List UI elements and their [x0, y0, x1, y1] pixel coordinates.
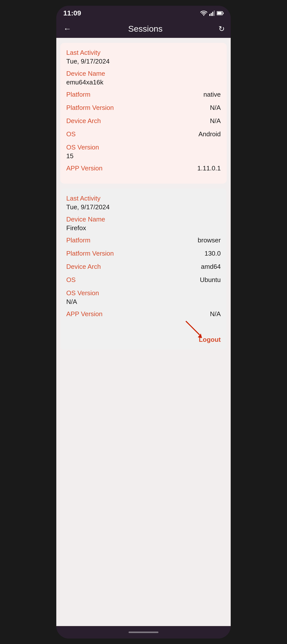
label-os-1: OS: [66, 130, 76, 138]
label-platform-1: Platform: [66, 91, 90, 98]
label-app-version-1: APP Version: [66, 164, 103, 172]
wifi-icon: [200, 10, 207, 16]
arrow-annotation-icon: [181, 319, 206, 341]
svg-rect-3: [214, 10, 215, 16]
signal-icon: [209, 10, 215, 16]
field-os-version-2: OS Version N/A: [66, 289, 221, 306]
status-time: 11:09: [63, 9, 81, 17]
value-last-activity-1: Tue, 9/17/2024: [66, 58, 221, 65]
svg-rect-2: [212, 12, 213, 16]
sessions-content: Last Activity Tue, 9/17/2024 Device Name…: [56, 38, 231, 626]
field-last-activity-2: Last Activity Tue, 9/17/2024: [66, 194, 221, 211]
phone-frame: 11:09 ← Sessions ↻: [56, 6, 231, 638]
status-icons: [200, 10, 224, 16]
svg-rect-5: [223, 12, 224, 14]
label-platform-version-1: Platform Version: [66, 104, 114, 112]
label-app-version-2: APP Version: [66, 310, 103, 318]
session-card-2: Last Activity Tue, 9/17/2024 Device Name…: [60, 188, 227, 350]
label-device-name-2: Device Name: [66, 216, 221, 223]
logout-annotation: Logout: [66, 323, 221, 344]
value-os-1: Android: [198, 130, 221, 138]
label-device-arch-1: Device Arch: [66, 117, 101, 125]
value-last-activity-2: Tue, 9/17/2024: [66, 203, 221, 211]
field-device-name-1: Device Name emu64xa16k: [66, 70, 221, 86]
value-os-version-1: 15: [66, 152, 221, 160]
svg-rect-6: [217, 12, 222, 14]
svg-rect-1: [211, 13, 212, 16]
value-app-version-2: N/A: [210, 310, 221, 318]
label-os-2: OS: [66, 276, 76, 284]
value-platform-2: browser: [198, 236, 221, 244]
value-device-name-2: Firefox: [66, 224, 221, 232]
session-card-1: Last Activity Tue, 9/17/2024 Device Name…: [60, 43, 227, 184]
field-platform-version-2: Platform Version 130.0: [66, 250, 221, 258]
home-indicator: [128, 632, 158, 633]
field-device-name-2: Device Name Firefox: [66, 216, 221, 232]
value-platform-version-2: 130.0: [204, 250, 221, 257]
field-platform-1: Platform native: [66, 91, 221, 100]
value-device-arch-1: N/A: [210, 117, 221, 125]
field-platform-2: Platform browser: [66, 236, 221, 245]
value-platform-version-1: N/A: [210, 104, 221, 112]
field-os-1: OS Android: [66, 130, 221, 139]
label-platform-2: Platform: [66, 236, 90, 244]
value-device-arch-2: amd64: [201, 263, 221, 270]
label-os-version-2: OS Version: [66, 289, 221, 297]
label-device-name-1: Device Name: [66, 70, 221, 78]
field-os-2: OS Ubuntu: [66, 276, 221, 285]
page-title: Sessions: [128, 24, 163, 34]
battery-icon: [217, 11, 224, 15]
label-last-activity-2: Last Activity: [66, 194, 221, 202]
label-platform-version-2: Platform Version: [66, 250, 114, 257]
value-app-version-1: 1.11.0.1: [197, 164, 221, 172]
app-version-logout-area: APP Version N/A Logout: [66, 310, 221, 344]
value-os-version-2: N/A: [66, 298, 221, 306]
field-os-version-1: OS Version 15: [66, 144, 221, 160]
label-os-version-1: OS Version: [66, 144, 221, 151]
back-button[interactable]: ←: [62, 23, 72, 34]
label-last-activity-1: Last Activity: [66, 49, 221, 56]
status-bar: 11:09: [56, 6, 231, 20]
value-platform-1: native: [204, 91, 221, 98]
svg-line-7: [186, 321, 200, 335]
field-device-arch-2: Device Arch amd64: [66, 263, 221, 272]
label-device-arch-2: Device Arch: [66, 263, 101, 270]
field-device-arch-1: Device Arch N/A: [66, 117, 221, 126]
refresh-button[interactable]: ↻: [218, 24, 225, 33]
field-last-activity-1: Last Activity Tue, 9/17/2024: [66, 49, 221, 65]
field-app-version-2: APP Version N/A: [66, 310, 221, 319]
field-app-version-1: APP Version 1.11.0.1: [66, 164, 221, 173]
phone-bottom: [56, 626, 231, 638]
value-device-name-1: emu64xa16k: [66, 78, 221, 86]
svg-rect-0: [209, 14, 210, 16]
nav-bar: ← Sessions ↻: [56, 20, 231, 38]
field-platform-version-1: Platform Version N/A: [66, 104, 221, 112]
value-os-2: Ubuntu: [200, 276, 221, 284]
